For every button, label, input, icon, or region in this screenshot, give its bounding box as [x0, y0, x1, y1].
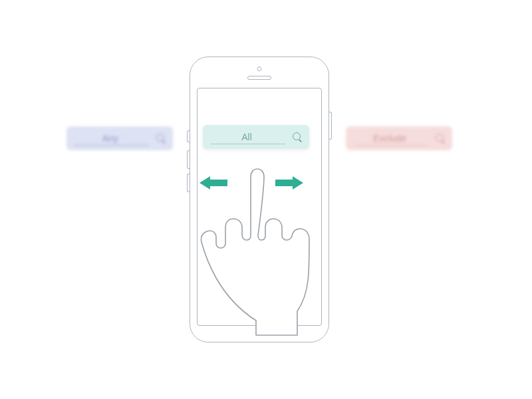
phone-volume-up-icon [187, 150, 190, 169]
phone-screen[interactable] [197, 88, 322, 326]
earpiece-camera-icon [257, 66, 262, 71]
input-underline [354, 145, 428, 146]
illustration-stage: Any Exclude All [0, 0, 532, 399]
filter-label: Exclude [373, 133, 406, 144]
search-icon [435, 133, 446, 144]
filter-label: All [241, 132, 252, 142]
search-icon [156, 133, 166, 144]
phone-outline [190, 57, 329, 342]
filter-label: Any [102, 133, 118, 144]
phone-power-button-icon [329, 112, 332, 140]
filter-chip-exclude[interactable]: Exclude [346, 126, 452, 150]
filter-chip-all[interactable]: All [203, 125, 309, 149]
filter-chip-any[interactable]: Any [66, 126, 173, 150]
phone-volume-down-icon [187, 174, 190, 192]
input-underline [211, 144, 285, 144]
search-icon [292, 132, 303, 142]
phone-mute-switch-icon [187, 130, 190, 142]
earpiece-speaker-icon [247, 76, 271, 80]
input-underline [74, 145, 149, 146]
arrow-right-icon [275, 178, 302, 188]
arrow-left-icon [201, 178, 227, 188]
